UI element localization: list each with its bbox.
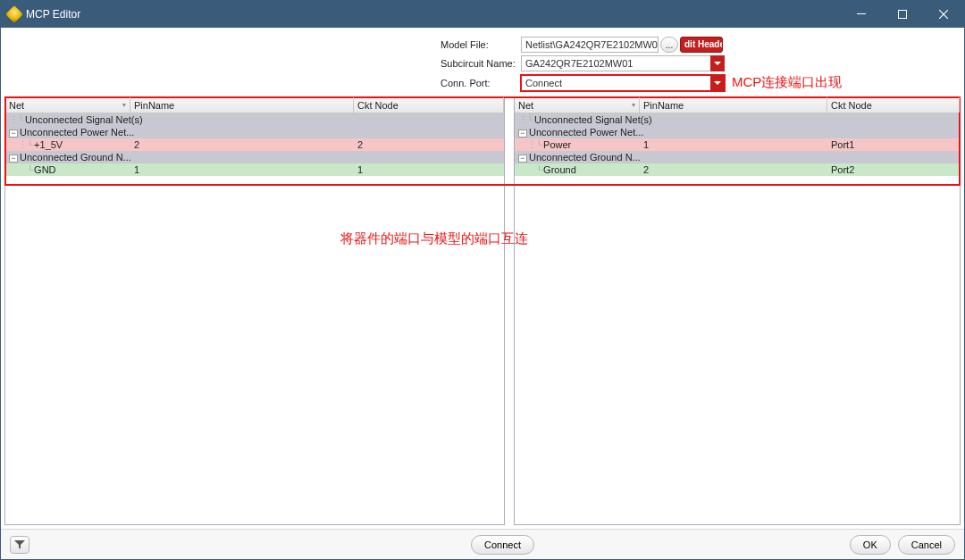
left-net-table: Net▾ PinName Ckt Node ⋮└Unconnected Sign…: [4, 96, 505, 525]
browse-button[interactable]: ...: [660, 37, 678, 53]
svg-marker-4: [714, 62, 721, 65]
col-pinname[interactable]: PinName: [640, 97, 827, 113]
cancel-button[interactable]: Cancel: [898, 535, 955, 555]
maximize-button[interactable]: [882, 1, 923, 28]
collapse-icon[interactable]: −: [9, 130, 18, 138]
close-button[interactable]: [923, 1, 964, 28]
connect-button[interactable]: Connect: [471, 535, 534, 555]
tables-area: Net▾ PinName Ckt Node ⋮└Unconnected Sign…: [1, 96, 964, 529]
collapse-icon[interactable]: −: [518, 130, 527, 138]
group-label: Unconnected Signal Net(s): [25, 114, 142, 125]
group-label: Unconnected Ground N...: [529, 152, 641, 163]
content-area: Model File: Netlist\GA242QR7E2102MW01.mo…: [1, 28, 964, 559]
minimize-button[interactable]: [841, 1, 882, 28]
model-file-field[interactable]: Netlist\GA242QR7E2102MW01.mod: [521, 37, 659, 53]
table-row[interactable]: └Ground 2 Port2: [515, 163, 960, 176]
subcircuit-label: Subcircuit Name:: [12, 58, 521, 69]
left-body[interactable]: ⋮└Unconnected Signal Net(s) −Unconnected…: [5, 113, 504, 524]
left-header: Net▾ PinName Ckt Node: [5, 97, 504, 113]
svg-marker-5: [714, 81, 721, 85]
group-label: Unconnected Ground N...: [20, 152, 131, 163]
table-row[interactable]: ⋮└Unconnected Signal Net(s): [515, 113, 960, 126]
subcircuit-combo[interactable]: GA242QR7E2102MW01: [521, 55, 725, 71]
collapse-icon[interactable]: −: [9, 155, 18, 163]
pin-name: 1: [640, 139, 827, 150]
right-body[interactable]: ⋮└Unconnected Signal Net(s) −Unconnected…: [515, 113, 960, 524]
subcircuit-value: GA242QR7E2102MW01: [521, 55, 725, 71]
ckt-node: 1: [354, 164, 504, 175]
ckt-node: Port1: [827, 139, 960, 150]
group-label: Unconnected Signal Net(s): [534, 114, 651, 125]
model-file-label: Model File:: [12, 39, 521, 50]
svg-rect-1: [899, 11, 907, 19]
chevron-down-icon: [710, 75, 725, 91]
ckt-node: 2: [354, 139, 504, 150]
net-name: GND: [34, 164, 55, 175]
collapse-icon[interactable]: −: [518, 155, 527, 163]
pin-name: 2: [640, 164, 827, 175]
filter-icon: [14, 539, 25, 550]
col-pinname[interactable]: PinName: [130, 97, 354, 113]
sort-icon: ▾: [632, 101, 635, 109]
table-row[interactable]: −Unconnected Power Net...: [515, 126, 960, 138]
col-cktnode[interactable]: Ckt Node: [827, 97, 960, 113]
filter-button[interactable]: [10, 536, 29, 554]
table-row[interactable]: −Unconnected Power Net...: [5, 126, 504, 138]
table-row[interactable]: ⋮└Power 1 Port1: [515, 138, 960, 151]
conn-port-label: Conn. Port:: [12, 78, 521, 88]
edit-header-button[interactable]: dit Heade: [680, 37, 723, 53]
form-area: Model File: Netlist\GA242QR7E2102MW01.mo…: [1, 28, 964, 96]
svg-marker-6: [14, 540, 25, 549]
net-name: Power: [543, 139, 571, 150]
table-row[interactable]: ⋮└Unconnected Signal Net(s): [5, 113, 504, 126]
group-label: Unconnected Power Net...: [529, 127, 643, 138]
col-cktnode[interactable]: Ckt Node: [354, 97, 504, 113]
pin-name: 2: [130, 139, 354, 150]
right-header: Net▾ PinName Ckt Node: [515, 97, 960, 113]
net-name: +1_5V: [34, 139, 63, 150]
table-row[interactable]: └GND 1 1: [5, 163, 504, 176]
annotation-conn-port: MCP连接端口出现: [732, 74, 842, 91]
sort-icon: ▾: [122, 101, 126, 109]
titlebar: MCP Editor: [1, 1, 964, 28]
ok-button[interactable]: OK: [850, 535, 891, 555]
conn-port-value: Connect: [521, 75, 725, 91]
net-name: Ground: [543, 164, 576, 175]
pin-name: 1: [130, 164, 354, 175]
table-row[interactable]: −Unconnected Ground N...: [515, 151, 960, 163]
ckt-node: Port2: [827, 164, 960, 175]
chevron-down-icon: [710, 55, 725, 71]
table-row[interactable]: −Unconnected Ground N...: [5, 151, 504, 163]
footer: Connect OK Cancel: [1, 529, 964, 559]
table-row[interactable]: ⋮└+1_5V 2 2: [5, 138, 504, 151]
col-net[interactable]: Net▾: [5, 97, 130, 113]
right-net-table: Net▾ PinName Ckt Node ⋮└Unconnected Sign…: [514, 96, 961, 525]
app-icon: [5, 5, 23, 23]
svg-rect-0: [857, 13, 866, 14]
group-label: Unconnected Power Net...: [20, 127, 134, 138]
window-title: MCP Editor: [26, 8, 80, 21]
mcp-editor-window: MCP Editor Model File: Netlist\GA242QR7E…: [0, 0, 965, 560]
conn-port-combo[interactable]: Connect: [521, 75, 725, 91]
col-net[interactable]: Net▾: [515, 97, 640, 113]
